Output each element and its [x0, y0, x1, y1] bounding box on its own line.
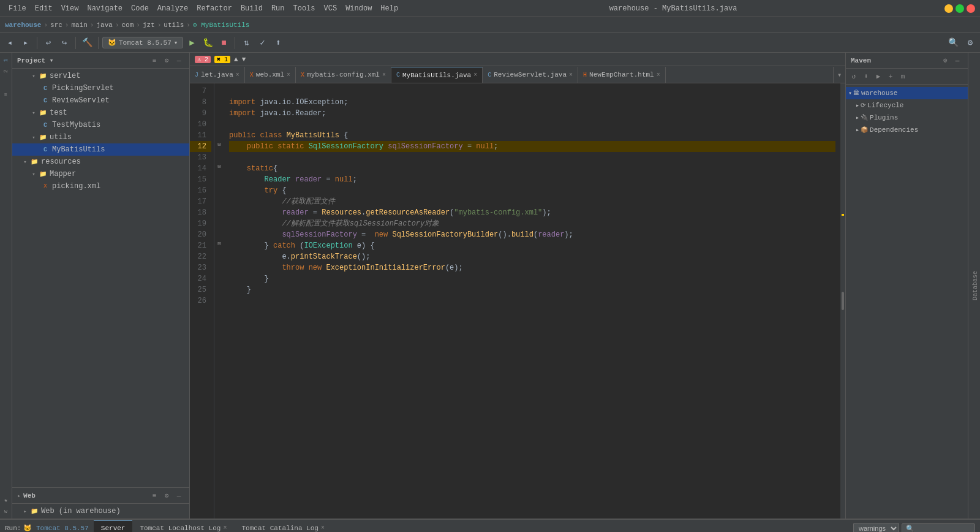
editor-scrollbar[interactable] [840, 83, 845, 519]
maven-item-root[interactable]: ▾ 🏛 warehouse [846, 87, 968, 99]
tab-more-btn[interactable]: ▾ [833, 67, 845, 83]
maven-item-lifecycle[interactable]: ▸ ⟳ Lifecycle [846, 99, 968, 112]
minimize-button[interactable] [944, 4, 953, 13]
left-icon-favorites[interactable]: ★ [1, 495, 11, 505]
maven-item-dependencies[interactable]: ▸ 📦 Dependencies [846, 124, 968, 136]
tab-close-web-xml[interactable]: × [287, 72, 290, 78]
tree-item-picking[interactable]: C PickingServlet [12, 82, 189, 94]
menu-view[interactable]: View [58, 3, 83, 14]
tree-arrow-test[interactable]: ▾ [29, 110, 38, 116]
bottom-tab-catalina-log[interactable]: Tomcat Catalina Log × [234, 520, 331, 533]
maven-minimize-btn[interactable]: — [952, 55, 963, 66]
tab-close-mybatis-config[interactable]: × [382, 72, 386, 78]
web-panel-settings-btn[interactable]: ⚙ [161, 490, 172, 501]
toolbar-search-everywhere-btn[interactable]: 🔍 [946, 36, 960, 50]
maven-refresh-btn[interactable]: ↺ [848, 71, 859, 82]
nav-up-btn[interactable]: ▲ [234, 56, 238, 63]
fold-indicator-21[interactable]: ⊟ [214, 238, 224, 249]
tree-arrow-mapper[interactable]: ▾ [29, 171, 38, 178]
breadcrumb-com[interactable]: com [121, 21, 134, 29]
breadcrumb-main[interactable]: main [71, 21, 87, 29]
toolbar-back-btn[interactable]: ◂ [2, 36, 17, 50]
project-panel-collapse-btn[interactable]: ≡ [149, 55, 160, 66]
maven-add-btn[interactable]: + [885, 71, 896, 82]
web-panel-minimize-btn[interactable]: — [173, 490, 184, 501]
tree-arrow-servlet[interactable]: ▾ [29, 73, 38, 80]
tree-item-test[interactable]: ▾ 📁 test [12, 107, 189, 119]
tree-item-utils[interactable]: ▾ 📁 utils [12, 131, 189, 143]
warnings-filter-select[interactable]: warnings all errors [853, 523, 899, 533]
toolbar-commit-btn[interactable]: ✓ [255, 36, 270, 50]
right-sidebar-database[interactable]: Database [971, 268, 980, 303]
web-panel-collapse-btn[interactable]: ≡ [149, 490, 160, 501]
bottom-tab-server[interactable]: Server [94, 520, 133, 533]
tab-close-let[interactable]: × [236, 72, 239, 78]
maximize-button[interactable] [956, 4, 964, 13]
menu-analyze[interactable]: Analyze [154, 3, 192, 14]
breadcrumb-java[interactable]: java [96, 21, 112, 29]
menu-build[interactable]: Build [237, 3, 266, 14]
fold-indicator-12[interactable]: ⊟ [214, 139, 224, 150]
menu-tools[interactable]: Tools [290, 3, 319, 14]
bottom-tab-catalina-close[interactable]: × [321, 525, 325, 531]
tab-close-mybatisutils[interactable]: × [473, 72, 477, 78]
menu-window[interactable]: Window [342, 3, 375, 14]
web-panel-header[interactable]: ▸ Web ≡ ⚙ — [12, 488, 189, 504]
toolbar-redo-btn[interactable]: ↪ [57, 36, 72, 50]
menu-run[interactable]: Run [268, 3, 288, 14]
breadcrumb-jzt[interactable]: jzt [143, 21, 155, 29]
tree-item-mapper[interactable]: ▾ 📁 Mapper [12, 168, 189, 180]
tab-close-reviewservlet[interactable]: × [569, 72, 573, 78]
tab-newempchart[interactable]: H NewEmpChart.html × [578, 67, 666, 83]
bottom-tab-localhost-log[interactable]: Tomcat Localhost Log × [132, 520, 234, 533]
web-panel-arrow[interactable]: ▸ [17, 492, 21, 500]
code-content[interactable]: import java.io.IOException; import java.… [224, 83, 840, 519]
toolbar-vcs-btn[interactable]: ⇅ [239, 36, 254, 50]
run-button[interactable]: ▶ [184, 36, 199, 50]
menu-bar[interactable]: File Edit View Navigate Code Analyze Ref… [5, 3, 402, 14]
breadcrumb-utils[interactable]: utils [164, 21, 184, 29]
tab-mybatisutils-java[interactable]: C MyBatisUtils.java × [391, 67, 483, 83]
left-icon-1[interactable]: 1 [1, 55, 11, 65]
tree-item-pickingxml[interactable]: X picking.xml [12, 180, 189, 192]
toolbar-undo-btn[interactable]: ↩ [41, 36, 56, 50]
breadcrumb-project[interactable]: warehouse [5, 21, 41, 29]
menu-vcs[interactable]: VCS [320, 3, 341, 14]
nav-down-btn[interactable]: ▼ [242, 56, 246, 63]
tree-arrow-resources[interactable]: ▾ [21, 159, 29, 165]
maven-download-btn[interactable]: ⬇ [861, 71, 872, 82]
close-button[interactable] [967, 4, 975, 13]
menu-help[interactable]: Help [377, 3, 402, 14]
menu-navigate[interactable]: Navigate [83, 3, 126, 14]
tree-item-web-warehouse[interactable]: ▸ 📁 Web (in warehouse) [12, 505, 189, 517]
run-config-selector[interactable]: 🐱 Tomcat 8.5.57 ▾ [102, 37, 183, 48]
tree-arrow-web[interactable]: ▸ [21, 508, 29, 515]
left-icon-2[interactable]: 2 [1, 66, 11, 76]
menu-refactor[interactable]: Refactor [193, 3, 236, 14]
menu-file[interactable]: File [5, 3, 30, 14]
maven-run-btn[interactable]: ▶ [873, 71, 884, 82]
left-icon-web[interactable]: W [1, 506, 11, 516]
toolbar-push-btn[interactable]: ⬆ [271, 36, 285, 50]
tree-item-testmybatis[interactable]: C TestMybatis [12, 119, 189, 131]
stop-button[interactable]: ■ [216, 36, 231, 50]
project-panel-minimize-btn[interactable]: — [173, 55, 184, 66]
tab-close-newempchart[interactable]: × [657, 72, 660, 78]
tab-web-xml[interactable]: X web.xml × [245, 67, 296, 83]
console-filter-input[interactable] [902, 523, 975, 533]
toolbar-forward-btn[interactable]: ▸ [18, 36, 33, 50]
bottom-tab-localhost-close[interactable]: × [223, 525, 227, 531]
maven-collapse-btn[interactable]: m [897, 71, 908, 82]
tab-mybatis-config[interactable]: X mybatis-config.xml × [296, 67, 391, 83]
maven-settings-btn[interactable]: ⚙ [940, 55, 951, 66]
toolbar-build-btn[interactable]: 🔨 [80, 36, 94, 50]
tree-item-servlet[interactable]: ▾ 📁 servlet [12, 70, 189, 82]
debug-button[interactable]: 🐛 [200, 36, 215, 50]
breadcrumb-class[interactable]: ⊙ MyBatisUtils [193, 21, 249, 29]
project-panel-settings-btn[interactable]: ⚙ [161, 55, 172, 66]
breadcrumb-src[interactable]: src [50, 21, 62, 29]
tab-reviewservlet[interactable]: C ReviewServlet.java × [483, 67, 578, 83]
toolbar-settings-btn[interactable]: ⚙ [963, 36, 978, 50]
maven-item-plugins[interactable]: ▸ 🔌 Plugins [846, 112, 968, 124]
fold-indicator-14[interactable]: ⊟ [214, 161, 224, 172]
